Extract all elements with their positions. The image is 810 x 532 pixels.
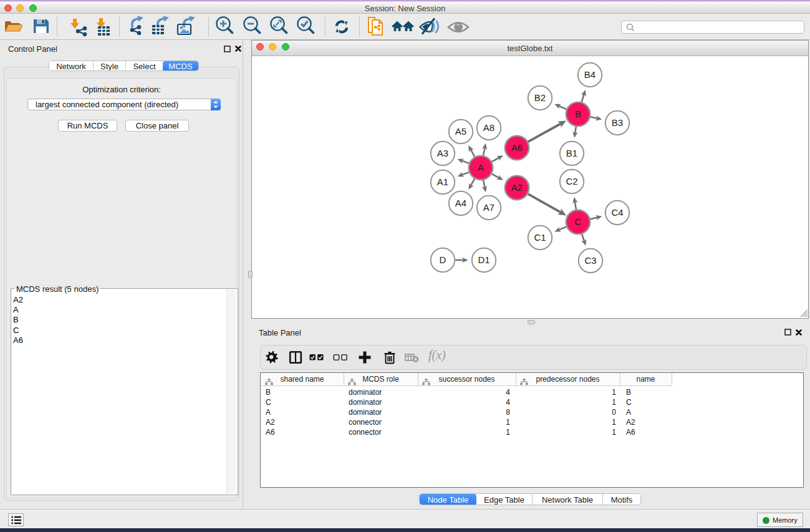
svg-text:A: A (478, 162, 484, 173)
svg-text:B: B (575, 109, 581, 119)
svg-text:B2: B2 (534, 92, 546, 103)
svg-text:A7: A7 (483, 202, 494, 213)
svg-text:D: D (440, 254, 446, 265)
svg-text:C1: C1 (534, 232, 546, 243)
svg-text:D1: D1 (478, 254, 489, 265)
svg-text:C3: C3 (584, 255, 596, 266)
svg-text:B3: B3 (612, 117, 623, 128)
svg-text:A8: A8 (483, 122, 494, 133)
svg-text:C: C (575, 216, 582, 227)
svg-text:A4: A4 (455, 198, 466, 208)
svg-text:B1: B1 (566, 148, 577, 158)
svg-text:A2: A2 (511, 182, 523, 193)
svg-text:B4: B4 (584, 69, 595, 80)
svg-text:C4: C4 (611, 207, 623, 218)
svg-text:A6: A6 (511, 142, 523, 153)
svg-text:A3: A3 (437, 148, 448, 158)
svg-text:C2: C2 (566, 176, 577, 186)
svg-text:A1: A1 (437, 177, 448, 187)
svg-text:A5: A5 (455, 126, 466, 137)
